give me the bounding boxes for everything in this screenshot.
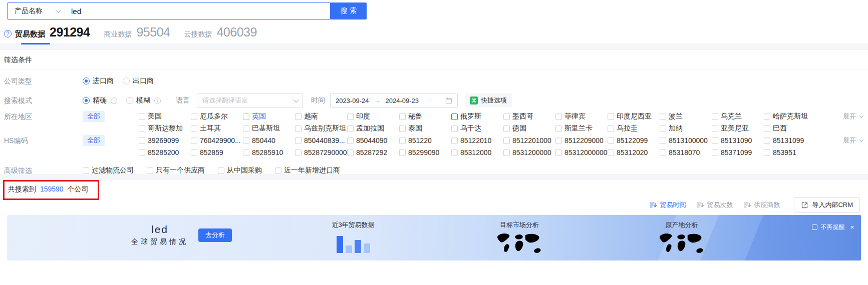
- info-icon[interactable]: [111, 98, 117, 104]
- checkbox[interactable]: [764, 114, 770, 120]
- date-range-picker[interactable]: 2023-09-24 → 2024-09-23: [330, 94, 458, 108]
- sort-trade-count[interactable]: 贸易次数: [697, 200, 733, 210]
- region-checkbox-item[interactable]: 泰国: [399, 124, 451, 133]
- question-circle-icon[interactable]: [4, 30, 12, 38]
- radio-icon[interactable]: [83, 97, 90, 104]
- tab-business-data[interactable]: 商业数据 95504: [104, 24, 170, 44]
- hs-code-checkbox-item[interactable]: 85285910: [243, 148, 295, 156]
- hs-code-checkbox-item[interactable]: 8513100000: [660, 136, 712, 144]
- checkbox[interactable]: [191, 126, 197, 132]
- region-checkbox-item[interactable]: 乌克兰: [712, 112, 764, 121]
- hs-code-checkbox-item[interactable]: 8512209000: [555, 136, 608, 144]
- region-checkbox-item[interactable]: 越南: [295, 112, 347, 121]
- checkbox[interactable]: [660, 126, 666, 132]
- checkbox[interactable]: [503, 126, 510, 132]
- region-checkbox-item[interactable]: 乌干达: [451, 124, 503, 133]
- radio-icon[interactable]: [123, 78, 130, 84]
- tab-trade-data[interactable]: 贸易数据 291294: [15, 24, 90, 44]
- radio-exact-match[interactable]: 精确: [83, 96, 117, 105]
- checkbox[interactable]: [503, 114, 510, 120]
- checkbox[interactable]: [243, 138, 249, 144]
- hs-code-checkbox-item[interactable]: 85287292: [347, 148, 399, 156]
- radio-importer[interactable]: 进口商: [83, 76, 114, 86]
- hs-code-checkbox-item[interactable]: 85122099: [608, 136, 660, 144]
- checkbox[interactable]: [83, 168, 89, 174]
- hs-code-checkbox-item[interactable]: 85371099: [712, 148, 764, 156]
- close-icon[interactable]: ×: [850, 224, 854, 230]
- checkbox[interactable]: [555, 138, 562, 144]
- all-chip[interactable]: 全部: [83, 111, 105, 122]
- checkbox[interactable]: [764, 150, 770, 156]
- checkbox[interactable]: [295, 126, 302, 132]
- hs-code-checkbox-item[interactable]: 850440: [243, 136, 295, 144]
- checkbox[interactable]: [243, 114, 249, 120]
- import-crm-button[interactable]: 导入内部CRM: [794, 197, 860, 213]
- hs-code-checkbox-item[interactable]: 85285200: [139, 148, 191, 156]
- checkbox[interactable]: [399, 114, 406, 120]
- radio-icon[interactable]: [83, 78, 90, 84]
- hs-code-checkbox-item[interactable]: 85312020: [608, 148, 660, 156]
- checkbox[interactable]: [660, 114, 666, 120]
- checkbox[interactable]: [139, 126, 145, 132]
- checkbox[interactable]: [764, 138, 770, 144]
- region-checkbox-item[interactable]: 亚美尼亚: [712, 124, 764, 133]
- checkbox[interactable]: [243, 126, 249, 132]
- date-end[interactable]: 2024-09-23: [386, 97, 419, 104]
- checkbox[interactable]: [399, 150, 406, 156]
- checkbox[interactable]: [555, 114, 562, 120]
- checkbox[interactable]: [191, 150, 197, 156]
- region-checkbox-item[interactable]: 英国: [243, 112, 295, 121]
- region-checkbox-item[interactable]: 孟加拉国: [347, 124, 399, 133]
- checkbox[interactable]: [608, 114, 614, 120]
- region-checkbox-item[interactable]: 哥斯达黎加: [139, 124, 191, 133]
- hs-code-checkbox-item[interactable]: 85312000: [451, 148, 503, 156]
- hs-code-checkbox-item[interactable]: 85312000000: [555, 148, 608, 156]
- checkbox[interactable]: [347, 126, 354, 132]
- checkbox[interactable]: [660, 138, 666, 144]
- language-select[interactable]: 请选择翻译语言: [197, 94, 303, 108]
- checkbox[interactable]: [139, 138, 145, 144]
- region-checkbox-item[interactable]: 乌兹别克斯坦: [295, 124, 347, 133]
- checkbox[interactable]: [347, 150, 354, 156]
- checkbox[interactable]: [243, 150, 249, 156]
- checkbox[interactable]: [608, 126, 614, 132]
- checkbox[interactable]: [347, 114, 354, 120]
- advanced-filter-checkbox[interactable]: 近一年新增进口商: [275, 166, 340, 175]
- hs-code-checkbox-item[interactable]: 85299090: [399, 148, 451, 156]
- search-field-select[interactable]: 产品名称: [8, 6, 65, 16]
- region-checkbox-item[interactable]: 巴西: [764, 124, 816, 133]
- region-checkbox-item[interactable]: 墨西哥: [503, 112, 555, 121]
- hs-code-checkbox-item[interactable]: 850440839...: [295, 136, 347, 144]
- hs-code-checkbox-item[interactable]: 85287290000: [295, 148, 347, 156]
- dismiss-reminder[interactable]: 不再提醒 ×: [812, 223, 854, 232]
- region-checkbox-item[interactable]: 斯里兰卡: [555, 124, 608, 133]
- expand-link[interactable]: 展开: [843, 136, 862, 145]
- hs-code-checkbox-item[interactable]: 851220: [399, 136, 451, 144]
- checkbox[interactable]: [147, 168, 153, 174]
- hs-code-checkbox-item[interactable]: 8531200000: [503, 148, 555, 156]
- hs-code-checkbox-item[interactable]: 8512201000: [503, 136, 555, 144]
- region-checkbox-item[interactable]: 俄罗斯: [451, 112, 503, 121]
- region-checkbox-item[interactable]: 波兰: [660, 112, 712, 121]
- region-checkbox-item[interactable]: 德国: [503, 124, 555, 133]
- checkbox[interactable]: [139, 114, 145, 120]
- checkbox[interactable]: [191, 138, 197, 144]
- hs-code-checkbox-item[interactable]: 853951: [764, 148, 816, 156]
- checkbox[interactable]: [451, 114, 458, 120]
- hs-code-checkbox-item[interactable]: 85318070: [660, 148, 712, 156]
- checkbox[interactable]: [451, 138, 458, 144]
- all-chip[interactable]: 全部: [83, 135, 105, 146]
- info-icon[interactable]: [154, 98, 161, 104]
- checkbox[interactable]: [191, 114, 197, 120]
- checkbox[interactable]: [451, 150, 458, 156]
- hs-code-checkbox-item[interactable]: 85122010: [451, 136, 503, 144]
- checkbox[interactable]: [503, 138, 510, 144]
- checkbox[interactable]: [555, 126, 562, 132]
- region-checkbox-item[interactable]: 土耳其: [191, 124, 243, 133]
- hs-code-checkbox-item[interactable]: 760429900...: [191, 136, 243, 144]
- region-checkbox-item[interactable]: 菲律宾: [555, 112, 608, 121]
- advanced-filter-checkbox[interactable]: 只有一个供应商: [147, 166, 205, 175]
- sort-supplier-count[interactable]: 供应商数: [744, 200, 780, 210]
- hs-code-checkbox-item[interactable]: 85131099: [764, 136, 816, 144]
- checkbox[interactable]: [712, 138, 718, 144]
